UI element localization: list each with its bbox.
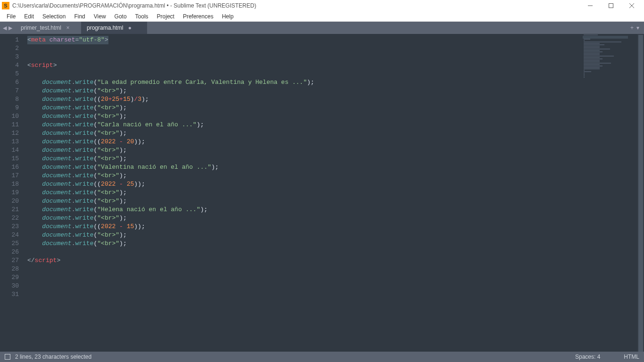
code-line[interactable]: document.write("Carla nació en el año ..… [27,121,581,129]
code-line[interactable]: document.write((2022 - 20)); [27,138,581,146]
menu-preferences[interactable]: Preferences [179,12,217,21]
minimap-line [584,49,610,49]
menu-selection[interactable]: Selection [39,12,69,21]
minimap-line [584,41,621,42]
minimap-line [584,54,600,55]
line-number: 14 [0,146,19,155]
code-line[interactable]: document.write("<br>"); [27,214,581,222]
minimap-line [584,43,600,44]
tab-label: programa.html [87,25,123,31]
menu-goto[interactable]: Goto [111,12,131,21]
minimap[interactable] [581,34,637,352]
code-line[interactable]: document.write("<br>"); [27,129,581,138]
statusbar: 2 lines, 23 characters selected Spaces: … [0,352,644,362]
code-line[interactable] [27,44,581,53]
line-number: 6 [0,78,19,87]
window-title: C:\Users\carla\Documents\PROGRAMACIÓN\pr… [12,2,580,9]
status-indent[interactable]: Spaces: 4 [575,354,600,360]
scrollbar-thumb[interactable] [638,35,643,352]
line-number: 23 [0,222,19,231]
minimap-line [584,40,585,41]
code-line[interactable]: document.write("<br>"); [27,112,581,121]
menubar: FileEditSelectionFindViewGotoToolsProjec… [0,11,644,22]
minimap-line [584,70,585,71]
line-number: 16 [0,163,19,172]
tab-programa-html[interactable]: programa.html● [81,22,147,34]
tab-dirty-indicator: ● [127,25,132,31]
line-number: 10 [0,112,19,121]
tab-close-button[interactable]: × [65,25,71,31]
code-line[interactable] [27,290,581,299]
line-number: 8 [0,95,19,104]
code-area[interactable]: <meta charset="utf-8"> <script> document… [24,34,581,352]
scrollbar-vertical[interactable] [637,34,644,352]
tab-primer_test-html[interactable]: primer_test.html× [15,22,81,34]
menu-edit[interactable]: Edit [20,12,38,21]
code-line[interactable]: document.write("<br>"); [27,239,581,248]
code-line[interactable]: document.write("<br>"); [27,146,581,155]
line-number: 4 [0,61,19,70]
menu-find[interactable]: Find [70,12,89,21]
line-number: 26 [0,248,19,256]
code-line[interactable]: document.write((2022 - 15)); [27,222,581,231]
line-number: 5 [0,70,19,78]
minimap-line [584,68,600,69]
line-number: 1 [0,36,19,44]
code-line[interactable] [27,53,581,61]
code-line[interactable]: document.write("<br>"); [27,87,581,95]
code-line[interactable]: document.write("<br>"); [27,197,581,206]
maximize-icon [609,3,613,8]
menu-tools[interactable]: Tools [132,12,152,21]
new-tab-button[interactable]: + [630,25,634,31]
tab-nav-forward[interactable]: ▶ [8,25,12,31]
minimize-button[interactable] [580,0,601,11]
editor: 1234567891011121314151617181920212223242… [0,34,644,352]
close-button[interactable] [621,0,642,11]
line-number: 28 [0,265,19,273]
code-line[interactable]: </script> [27,256,581,265]
code-line[interactable]: <script> [27,61,581,70]
code-line[interactable]: document.write("<br>"); [27,189,581,197]
minimap-line [584,47,600,48]
code-line[interactable]: document.write("<br>"); [27,231,581,239]
line-number: 18 [0,180,19,189]
minimize-icon [588,3,593,8]
status-syntax[interactable]: HTML [624,354,639,360]
code-line[interactable]: document.write("Valentina nació en el añ… [27,163,581,172]
app-icon: S [2,2,9,9]
code-line[interactable]: document.write("La edad promedio entre C… [27,78,581,87]
minimap-line [584,71,591,72]
code-line[interactable] [27,282,581,290]
code-line[interactable] [27,273,581,282]
status-selection: 2 lines, 23 characters selected [15,354,91,360]
code-line[interactable] [27,70,581,78]
code-line[interactable]: <meta charset="utf-8"> [27,36,581,44]
maximize-button[interactable] [601,0,621,11]
code-line[interactable]: document.write((2022 - 25)); [27,180,581,189]
menu-help[interactable]: Help [218,12,238,21]
code-line[interactable]: document.write("<br>"); [27,155,581,163]
line-number: 11 [0,121,19,129]
minimap-line [584,57,600,58]
tab-menu-button[interactable]: ▾ [636,25,639,31]
code-line[interactable]: document.write("<br>"); [27,172,581,180]
line-number: 9 [0,104,19,112]
line-number: 21 [0,206,19,214]
minimap-line [584,34,598,35]
minimap-line [584,77,585,78]
tab-label: primer_test.html [21,25,61,31]
minimap-line [584,73,585,74]
code-line[interactable] [27,265,581,273]
panel-toggle-icon[interactable] [5,354,10,360]
line-number: 27 [0,256,19,265]
code-line[interactable]: document.write("Helena nació en el año .… [27,206,581,214]
menu-view[interactable]: View [90,12,110,21]
tab-nav-back[interactable]: ◀ [3,25,7,31]
code-line[interactable]: document.write("<br>"); [27,104,581,112]
minimap-line [584,53,600,54]
minimap-line [584,63,611,64]
code-line[interactable]: document.write((20+25+15)/3); [27,95,581,104]
code-line[interactable] [27,248,581,256]
menu-project[interactable]: Project [153,12,178,21]
menu-file[interactable]: File [3,12,19,21]
